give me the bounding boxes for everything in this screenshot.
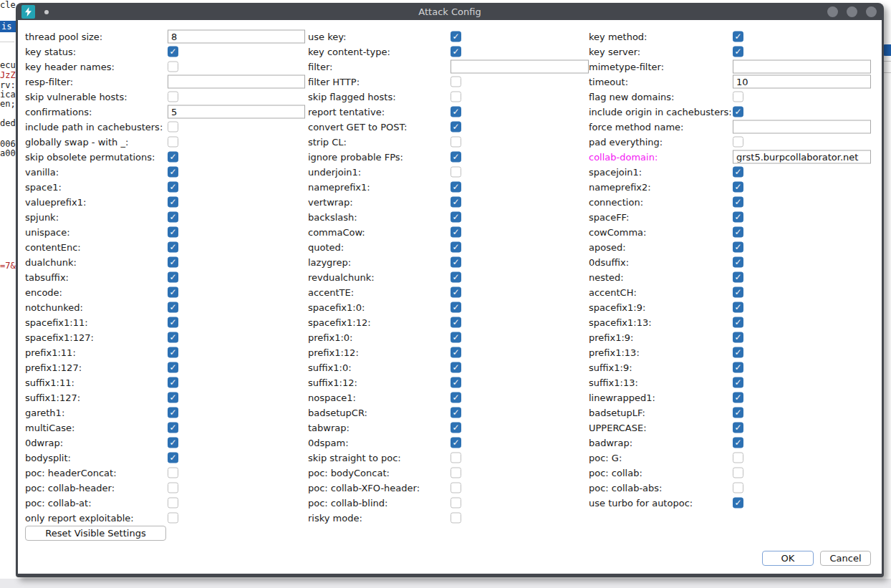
checkbox-quoted[interactable]: ✓ [451, 241, 461, 252]
checkbox-space1[interactable]: ✓ [168, 181, 178, 192]
input-force-method-name[interactable] [733, 120, 871, 133]
checkbox-nospace1[interactable]: ✓ [451, 392, 461, 403]
checkbox-poc-collab-xfo-header[interactable] [451, 482, 461, 493]
checkbox-suffix1-12[interactable]: ✓ [451, 377, 461, 387]
checkbox-spaceff[interactable]: ✓ [733, 211, 743, 222]
checkbox-poc-g[interactable] [733, 452, 743, 463]
checkbox-suffix1-127[interactable]: ✓ [168, 392, 178, 403]
checkbox-report-tentative[interactable]: ✓ [451, 106, 461, 117]
checkbox-commacow[interactable]: ✓ [451, 226, 461, 237]
checkbox-poc-collab[interactable] [733, 467, 743, 478]
checkbox-tabwrap[interactable]: ✓ [451, 422, 461, 433]
checkbox-gareth1[interactable]: ✓ [168, 407, 178, 418]
checkbox-unispace[interactable]: ✓ [168, 226, 178, 237]
checkbox-0dspam[interactable]: ✓ [451, 437, 461, 448]
checkbox-multicase[interactable]: ✓ [168, 422, 178, 433]
input-thread-pool-size[interactable] [168, 29, 305, 43]
checkbox-risky-mode[interactable] [451, 512, 461, 523]
checkbox-nested[interactable]: ✓ [733, 271, 743, 282]
checkbox-include-origin-in-cachebusters[interactable]: ✓ [733, 106, 743, 117]
checkbox-uppercase[interactable]: ✓ [733, 422, 743, 433]
checkbox-prefix1-127[interactable]: ✓ [168, 362, 178, 372]
checkbox-use-turbo-for-autopoc[interactable]: ✓ [733, 497, 743, 508]
checkbox-aposed[interactable]: ✓ [733, 241, 743, 252]
reset-visible-settings-button[interactable]: Reset Visible Settings [25, 526, 166, 541]
checkbox-skip-straight-to-poc[interactable] [451, 452, 461, 463]
checkbox-only-report-exploitable[interactable] [168, 512, 178, 523]
checkbox-accentte[interactable]: ✓ [451, 286, 461, 297]
checkbox-include-path-in-cachebusters[interactable] [168, 121, 178, 132]
checkbox-spacefix1-13[interactable]: ✓ [733, 317, 743, 327]
checkbox-poc-collab-at[interactable] [168, 497, 178, 508]
window-button-minimize[interactable] [827, 6, 838, 17]
checkbox-connection[interactable]: ✓ [733, 196, 743, 207]
checkbox-backslash[interactable]: ✓ [451, 211, 461, 222]
checkbox-skip-vulnerable-hosts[interactable] [168, 91, 178, 102]
checkbox-skip-flagged-hosts[interactable] [451, 91, 461, 102]
checkbox-vanilla[interactable]: ✓ [168, 166, 178, 177]
dialog-titlebar[interactable]: Attack Config [16, 3, 884, 20]
checkbox-tabsuffix[interactable]: ✓ [168, 271, 178, 282]
checkbox-key-server[interactable]: ✓ [733, 46, 743, 57]
input-confirmations[interactable] [168, 105, 305, 118]
checkbox-key-content-type[interactable]: ✓ [451, 46, 461, 57]
checkbox-suffix1-9[interactable]: ✓ [733, 362, 743, 372]
input-mimetype-filter[interactable] [733, 59, 871, 73]
cancel-button[interactable]: Cancel [820, 551, 871, 566]
checkbox-pad-everything[interactable] [733, 136, 743, 147]
checkbox-underjoin1[interactable] [451, 166, 461, 177]
checkbox-linewrapped1[interactable]: ✓ [733, 392, 743, 403]
checkbox-prefix1-12[interactable]: ✓ [451, 347, 461, 357]
checkbox-poc-collab-blind[interactable] [451, 497, 461, 508]
checkbox-spacefix1-12[interactable]: ✓ [451, 317, 461, 327]
checkbox-lazygrep[interactable]: ✓ [451, 256, 461, 267]
checkbox-key-header-names[interactable] [168, 61, 178, 72]
window-button-maximize[interactable] [847, 6, 857, 17]
checkbox-spjunk[interactable]: ✓ [168, 211, 178, 222]
checkbox-flag-new-domains[interactable] [733, 91, 743, 102]
checkbox-convert-get-to-post[interactable]: ✓ [451, 121, 461, 132]
checkbox-accentch[interactable]: ✓ [733, 286, 743, 297]
checkbox-spacefix1-127[interactable]: ✓ [168, 332, 178, 342]
checkbox-prefix1-13[interactable]: ✓ [733, 347, 743, 357]
checkbox-nameprefix2[interactable]: ✓ [733, 181, 743, 192]
checkbox-notchunked[interactable]: ✓ [168, 302, 178, 312]
checkbox-poc-headerconcat[interactable] [168, 467, 178, 478]
checkbox-strip-cl[interactable] [451, 136, 461, 147]
checkbox-0dsuffix[interactable]: ✓ [733, 256, 743, 267]
checkbox-use-key[interactable]: ✓ [451, 31, 461, 42]
checkbox-spacefix1-9[interactable]: ✓ [733, 302, 743, 312]
checkbox-spacejoin1[interactable]: ✓ [733, 166, 743, 177]
checkbox-key-status[interactable]: ✓ [168, 46, 178, 57]
checkbox-0dwrap[interactable]: ✓ [168, 437, 178, 448]
ok-button[interactable]: OK [762, 551, 814, 566]
checkbox-suffix1-13[interactable]: ✓ [733, 377, 743, 387]
checkbox-prefix1-9[interactable]: ✓ [733, 332, 743, 342]
checkbox-badsetuplf[interactable]: ✓ [733, 407, 743, 418]
checkbox-suffix1-11[interactable]: ✓ [168, 377, 178, 387]
checkbox-contentenc[interactable]: ✓ [168, 241, 178, 252]
checkbox-ignore-probable-fps[interactable]: ✓ [451, 151, 461, 162]
input-collab-domain[interactable] [733, 150, 871, 163]
input-filter[interactable] [451, 59, 589, 73]
input-timeout[interactable] [733, 74, 871, 88]
checkbox-filter-http[interactable] [451, 76, 461, 87]
checkbox-vertwrap[interactable]: ✓ [451, 196, 461, 207]
checkbox-spacefix1-11[interactable]: ✓ [168, 317, 178, 327]
checkbox-prefix1-0[interactable]: ✓ [451, 332, 461, 342]
checkbox-badwrap[interactable]: ✓ [733, 437, 743, 448]
checkbox-poc-collab-abs[interactable] [733, 482, 743, 493]
checkbox-nameprefix1[interactable]: ✓ [451, 181, 461, 192]
checkbox-prefix1-11[interactable]: ✓ [168, 347, 178, 357]
checkbox-poc-collab-header[interactable] [168, 482, 178, 493]
window-button-close[interactable] [866, 6, 877, 17]
checkbox-bodysplit[interactable]: ✓ [168, 452, 178, 463]
checkbox-skip-obsolete-permutations[interactable]: ✓ [168, 151, 178, 162]
checkbox-poc-bodyconcat[interactable] [451, 467, 461, 478]
checkbox-spacefix1-0[interactable]: ✓ [451, 302, 461, 312]
checkbox-suffix1-0[interactable]: ✓ [451, 362, 461, 372]
input-resp-filter[interactable] [168, 74, 305, 88]
checkbox-cowcomma[interactable]: ✓ [733, 226, 743, 237]
checkbox-revdualchunk[interactable]: ✓ [451, 271, 461, 282]
checkbox-dualchunk[interactable]: ✓ [168, 256, 178, 267]
